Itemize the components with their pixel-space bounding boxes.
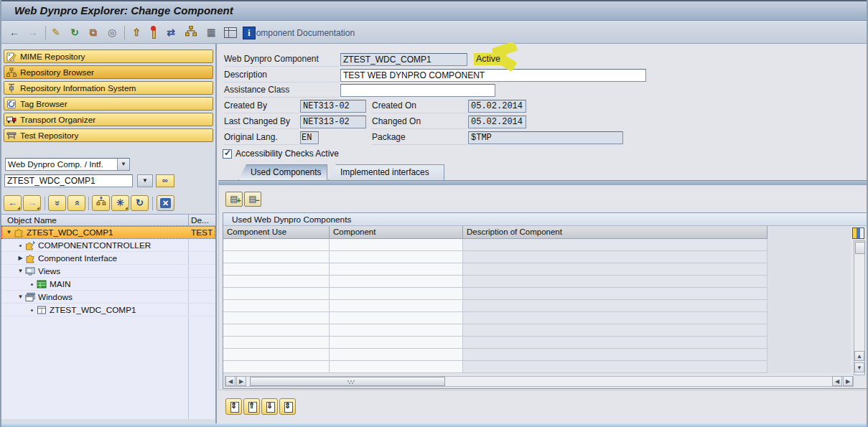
- expander-closed-icon[interactable]: ▶: [16, 255, 25, 261]
- tree-item-window[interactable]: • ZTEST_WDC_COMP1: [1, 304, 215, 316]
- hierarchy-icon[interactable]: [184, 26, 198, 39]
- close-browser-button[interactable]: ✕: [157, 195, 174, 211]
- last-page-button[interactable]: ⇕: [279, 398, 296, 415]
- display-change-icon[interactable]: ✎: [49, 26, 63, 39]
- sidebar-item-repository-information-system[interactable]: Repository Information System: [4, 81, 213, 95]
- component-input[interactable]: [340, 53, 467, 66]
- tab-label: Used Components: [251, 167, 321, 177]
- sidebar: MIME Repository Repository Browser Repos…: [1, 44, 217, 423]
- created-on-input[interactable]: [468, 100, 526, 113]
- object-name-column-header[interactable]: Object Name: [7, 215, 57, 225]
- description-column-header[interactable]: De...: [191, 215, 209, 225]
- delete-row-button[interactable]: ▤−: [244, 192, 261, 207]
- sidebar-item-repository-browser[interactable]: Repository Browser: [4, 65, 213, 79]
- navigate-icon[interactable]: ⇄: [164, 26, 178, 39]
- syntax-check-icon[interactable]: ⇧: [129, 26, 144, 39]
- first-page-button[interactable]: ⇕: [225, 398, 242, 415]
- refresh-icon[interactable]: ↻: [67, 26, 82, 39]
- table-row[interactable]: [223, 312, 851, 324]
- table-configuration-icon[interactable]: [852, 227, 864, 239]
- table-cell: [330, 324, 463, 337]
- tree-forward-button[interactable]: →: [23, 195, 41, 211]
- sidebar-item-test-repository[interactable]: Test Repository: [4, 128, 213, 142]
- table-row[interactable]: [223, 300, 851, 312]
- table-row[interactable]: [223, 361, 851, 373]
- table-row[interactable]: [223, 276, 851, 288]
- table-view-icon[interactable]: [224, 27, 237, 38]
- chevron-down-icon[interactable]: ▼: [117, 159, 129, 170]
- scroll-left-button[interactable]: ◀: [832, 376, 842, 386]
- description-input[interactable]: [340, 69, 646, 82]
- tree-back-button[interactable]: ←: [4, 195, 22, 211]
- column-header-description[interactable]: Description of Component: [463, 226, 767, 239]
- table-row[interactable]: [223, 349, 851, 361]
- next-page-button[interactable]: ⇓: [261, 398, 278, 415]
- column-header-component-use[interactable]: Component Use: [223, 226, 330, 239]
- vertical-scrollbar-thumb[interactable]: [855, 242, 865, 254]
- table-row[interactable]: [223, 251, 851, 263]
- tab-used-components[interactable]: Used Components: [238, 164, 327, 180]
- insert-row-button[interactable]: ▤+: [225, 192, 243, 207]
- expand-subtree-button[interactable]: »: [67, 195, 85, 211]
- display-parent-button[interactable]: [92, 195, 110, 211]
- sidebar-item-label: Repository Information System: [20, 83, 136, 93]
- accessibility-checkbox[interactable]: [223, 149, 232, 159]
- object-name-input[interactable]: [4, 174, 133, 187]
- copy-icon[interactable]: ⧉: [86, 26, 101, 39]
- original-lang-input[interactable]: [300, 131, 319, 144]
- where-used-icon[interactable]: ◎: [105, 26, 119, 39]
- collapse-subtree-button[interactable]: »: [48, 195, 66, 211]
- arrow-up-icon: ⇑: [244, 401, 259, 410]
- toolbar-separator: [88, 197, 89, 210]
- package-input[interactable]: [468, 131, 623, 144]
- scroll-down-button[interactable]: ▼: [854, 362, 864, 372]
- tree-item-windows[interactable]: ▼ Windows: [1, 291, 215, 304]
- forward-icon[interactable]: →: [26, 26, 40, 39]
- tree-item-componentcontroller[interactable]: • COMPONENTCONTROLLER: [1, 239, 215, 252]
- scroll-right-button[interactable]: ▶: [843, 376, 853, 386]
- table-cell: [463, 349, 767, 361]
- previous-page-button[interactable]: ⇑: [243, 398, 260, 415]
- tree-item-component-interface[interactable]: ▶ Component Interface: [1, 252, 215, 265]
- select-view-button[interactable]: ✳: [111, 195, 129, 211]
- table-cell: [223, 324, 330, 337]
- tab-implemented-interfaces[interactable]: Implemented interfaces: [328, 164, 444, 180]
- column-header-component[interactable]: Component: [330, 226, 463, 239]
- expander-open-icon[interactable]: ▼: [4, 229, 14, 235]
- expander-open-icon[interactable]: ▼: [16, 294, 25, 300]
- table-row[interactable]: [223, 288, 851, 300]
- sidebar-item-mime-repository[interactable]: MIME Repository: [4, 50, 213, 63]
- table-row[interactable]: [223, 337, 851, 349]
- display-object-button[interactable]: ∞: [156, 174, 174, 187]
- scroll-right-button[interactable]: ▶: [236, 376, 246, 386]
- expander-open-icon[interactable]: ▼: [16, 268, 25, 274]
- worklist-icon[interactable]: ≣: [204, 26, 218, 39]
- changed-on-label: Changed On: [372, 116, 467, 129]
- scroll-left-button[interactable]: ◀: [225, 376, 235, 386]
- object-history-dropdown-button[interactable]: ▼: [137, 174, 153, 187]
- activate-icon[interactable]: [152, 28, 156, 39]
- horizontal-scrollbar[interactable]: [225, 376, 854, 387]
- arrow-down-icon: ⇓: [262, 401, 277, 410]
- scroll-up-button[interactable]: ▲: [854, 351, 864, 361]
- table-title: Used Web Dynpro Components: [223, 213, 867, 226]
- sidebar-item-tag-browser[interactable]: Tag Browser: [4, 97, 213, 111]
- sidebar-item-transport-organizer[interactable]: Transport Organizer: [4, 113, 213, 126]
- last-changed-by-input[interactable]: [300, 116, 366, 128]
- created-by-input[interactable]: [300, 100, 366, 113]
- table-row[interactable]: [223, 324, 851, 337]
- component-documentation-link[interactable]: Component Documentation: [250, 28, 355, 38]
- glasses-icon: ∞: [162, 176, 168, 184]
- object-type-dropdown[interactable]: Web Dynpro Comp. / Intf. ▼: [5, 158, 130, 171]
- tree-item-main-view[interactable]: • MAIN: [1, 278, 215, 291]
- table-row[interactable]: [223, 239, 851, 251]
- tree-item-views[interactable]: ▼ Views: [1, 265, 215, 278]
- table-row[interactable]: [223, 263, 851, 276]
- assistance-class-input[interactable]: [340, 84, 495, 97]
- column-divider[interactable]: [188, 215, 189, 225]
- horizontal-scrollbar-thumb[interactable]: [250, 377, 445, 386]
- tree-item-component-root[interactable]: ▼ ZTEST_WDC_COMP1 TEST W: [1, 226, 215, 239]
- tree-refresh-button[interactable]: ↻: [131, 195, 149, 211]
- changed-on-input[interactable]: [468, 116, 526, 128]
- back-icon[interactable]: ←: [7, 26, 22, 39]
